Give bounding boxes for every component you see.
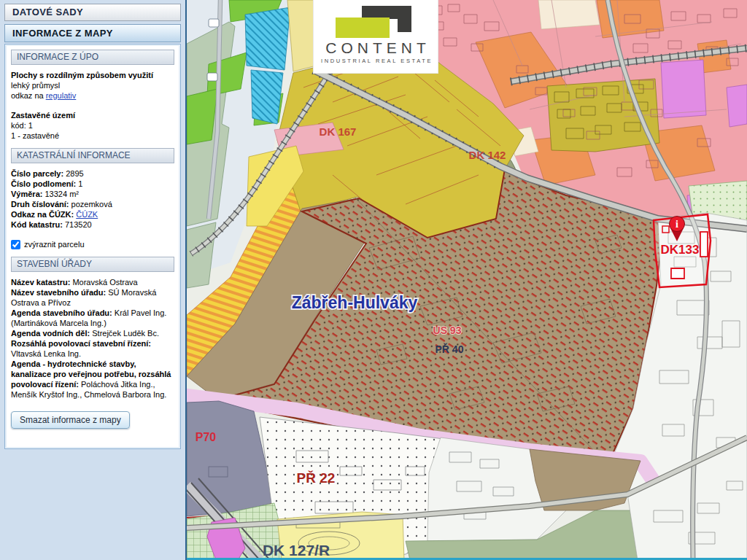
cuzk-link[interactable]: ČÚZK bbox=[76, 210, 98, 219]
highlight-parcel-row: zvýraznit parcelu bbox=[11, 239, 174, 249]
katastr-row: Druh číslování: pozemková bbox=[11, 199, 174, 209]
upo-content: Plochy s rozdílným způsobem využití lehk… bbox=[11, 70, 174, 141]
zastavene-label: Zastavěné území bbox=[11, 110, 174, 120]
urady-content: Název katastru: Moravská Ostrava Název s… bbox=[11, 277, 174, 400]
urady-row: Rozsáhlá povolovací stavební řízení: Vlt… bbox=[11, 338, 174, 359]
map-label-pr22: PŘ 22 bbox=[297, 470, 336, 486]
map-label-dk133: DK133 bbox=[661, 243, 700, 257]
urady-row: Agenda - hydrotechnické stavby, kanaliza… bbox=[11, 359, 174, 400]
upo-plochy-label: Plochy s rozdílným způsobem využití bbox=[11, 70, 174, 80]
logo-card: CONTENT INDUSTRIAL REAL ESTATE bbox=[314, 0, 438, 73]
highlight-parcel-checkbox[interactable] bbox=[11, 240, 20, 249]
map-label-pr40: PŘ 40 bbox=[436, 343, 464, 355]
informace-z-mapy-label: INFORMACE Z MAPY bbox=[12, 28, 113, 39]
upo-odkaz-line: odkaz na regulativ bbox=[11, 90, 174, 101]
urady-row: Agenda stavebního úřadu: Král Pavel Ing.… bbox=[11, 308, 174, 328]
katastr-row: Kód katastru: 713520 bbox=[11, 219, 174, 230]
section-upo-header[interactable]: INFORMACE Z ÚPO bbox=[11, 50, 174, 65]
katastr-row: Číslo parcely: 2895 bbox=[11, 168, 174, 179]
katastr-row-cuzk: Odkaz na ČÚZK: ČÚZK bbox=[11, 209, 174, 219]
map-info-panel: INFORMACE Z ÚPO Plochy s rozdílným způso… bbox=[4, 44, 181, 449]
zastavene-value: 1 - zastavěné bbox=[11, 131, 174, 141]
datove-sady-label: DATOVÉ SADY bbox=[12, 7, 83, 18]
clear-map-info-button[interactable]: Smazat informace z mapy bbox=[11, 411, 130, 429]
content-logo-icon bbox=[314, 0, 438, 41]
regulativ-link[interactable]: regulativ bbox=[46, 91, 77, 100]
map-label-dk127r: DK 127/R bbox=[263, 542, 330, 559]
logo-title: CONTENT bbox=[325, 41, 430, 55]
map-label-dk142: DK 142 bbox=[469, 149, 506, 161]
map-label-dk167: DK 167 bbox=[320, 125, 357, 138]
katastr-row: Výměra: 13324 m² bbox=[11, 189, 174, 199]
zastavene-kod: kód: 1 bbox=[11, 120, 174, 131]
katastr-row: Číslo podlomení: 1 bbox=[11, 179, 174, 189]
map-label-zabreh-hulvaky: Zábřeh-Hulváky bbox=[292, 293, 418, 312]
highlight-parcel-label: zvýraznit parcelu bbox=[24, 239, 85, 249]
datove-sady-header[interactable]: DATOVÉ SADY bbox=[4, 4, 181, 21]
section-katastr-header[interactable]: KATASTRÁLNÍ INFORMACE bbox=[11, 148, 174, 163]
map-label-p70: P70 bbox=[196, 431, 217, 443]
logo-subtitle: INDUSTRIAL REAL ESTATE bbox=[321, 58, 433, 64]
map-viewport[interactable]: DK 167 DK 142 Zábřeh-Hulváky US 93 PŘ 40… bbox=[187, 0, 747, 560]
map-label-us93: US 93 bbox=[433, 324, 462, 336]
sidebar: DATOVÉ SADY INFORMACE Z MAPY INFORMACE Z… bbox=[0, 0, 187, 560]
informace-z-mapy-header[interactable]: INFORMACE Z MAPY bbox=[4, 24, 181, 42]
urady-row: Název katastru: Moravská Ostrava bbox=[11, 277, 174, 287]
urady-row: Název stavebního úřadu: SÚ Moravská Ostr… bbox=[11, 287, 174, 308]
upo-plochy-value: lehký průmysl bbox=[11, 80, 174, 90]
urady-row: Agenda vodních děl: Strejček Luděk Bc. bbox=[11, 328, 174, 338]
section-urady-header[interactable]: STAVEBNÍ ÚŘADY bbox=[11, 257, 174, 272]
info-marker-glyph: i bbox=[676, 219, 678, 230]
upo-odkaz-prefix: odkaz na bbox=[11, 91, 46, 100]
katastr-content: Číslo parcely: 2895 Číslo podlomení: 1 V… bbox=[11, 168, 174, 249]
zoning-map[interactable]: DK 167 DK 142 Zábřeh-Hulváky US 93 PŘ 40… bbox=[187, 0, 747, 560]
app-window: DATOVÉ SADY INFORMACE Z MAPY INFORMACE Z… bbox=[0, 0, 747, 560]
